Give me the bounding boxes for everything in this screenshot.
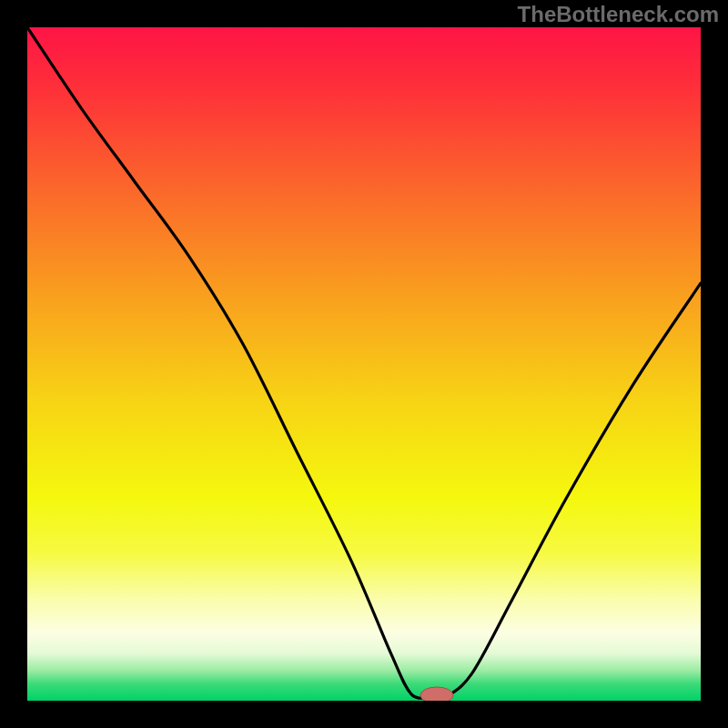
bottleneck-chart <box>27 27 701 701</box>
optimal-marker <box>420 687 453 701</box>
chart-background <box>27 27 701 701</box>
watermark-text: TheBottleneck.com <box>518 2 719 27</box>
chart-container: TheBottleneck.com <box>0 0 728 728</box>
plot-frame <box>27 27 701 701</box>
